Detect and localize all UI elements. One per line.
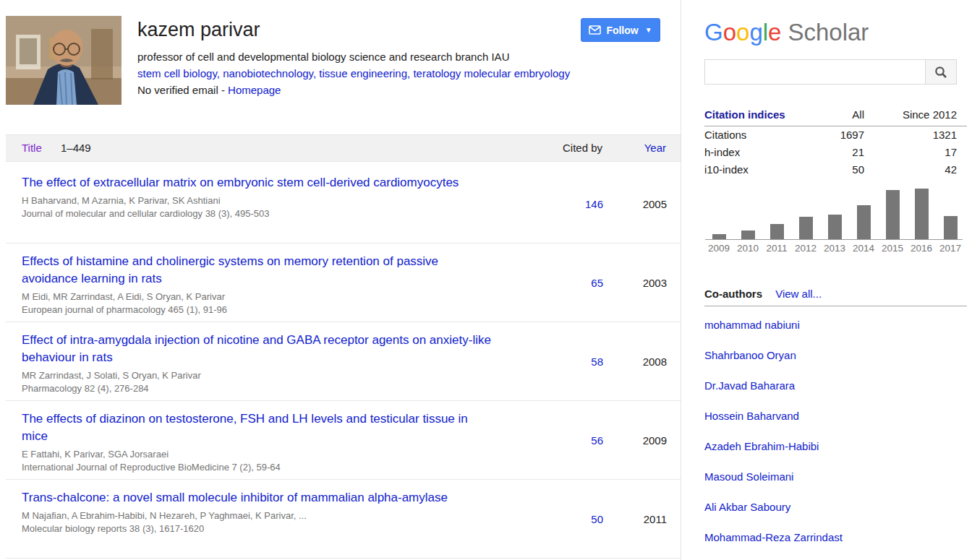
- citation-row-i10-index: i10-index 50 42: [704, 161, 967, 178]
- publication-venue: Pharmacology 82 (4), 276-284: [22, 382, 493, 395]
- logo-letter: g: [749, 19, 762, 46]
- publication-row: Effects of histamine and cholinergic sys…: [6, 244, 681, 322]
- publication-venue: International Journal of Reproductive Bi…: [22, 461, 493, 474]
- publication-venue: European journal of pharmacology 465 (1)…: [22, 303, 493, 316]
- envelope-icon: [589, 25, 601, 35]
- profile-name: kazem parivar: [137, 17, 571, 42]
- chart-year-label: 2012: [791, 243, 820, 254]
- coauthors-view-all-link[interactable]: View all...: [775, 288, 822, 300]
- profile-affiliation: professor of cell and developmental biol…: [137, 49, 571, 65]
- cited-by-count-link[interactable]: 65: [591, 277, 603, 289]
- citation-row-label: i10-index: [704, 161, 806, 178]
- citation-row-since: 42: [864, 161, 967, 178]
- publication-year: 2008: [643, 356, 667, 368]
- column-header-title[interactable]: Title: [22, 142, 42, 154]
- logo-letter: e: [768, 19, 781, 46]
- follow-button[interactable]: Follow ▼: [581, 18, 660, 42]
- citation-bar: [741, 231, 755, 239]
- cited-by-count-link[interactable]: 56: [591, 434, 603, 447]
- homepage-link[interactable]: Homepage: [228, 84, 281, 96]
- coauthor-link[interactable]: Dr.Javad Baharara: [704, 370, 967, 400]
- citation-col-since: Since 2012: [864, 106, 967, 126]
- publication-row: Effect of intra-amygdala injection of ni…: [6, 322, 681, 401]
- publication-title-link[interactable]: Effect of intra-amygdala injection of ni…: [22, 332, 493, 366]
- interest-link[interactable]: tissue engineering: [319, 67, 407, 79]
- publication-row: Trans-chalcone: a novel small molecule i…: [6, 480, 681, 559]
- main-column: kazem parivar professor of cell and deve…: [0, 0, 681, 560]
- publication-authors: M Eidi, MR Zarrindast, A Eidi, S Oryan, …: [22, 290, 493, 303]
- citation-col-all: All: [806, 106, 864, 126]
- cited-by-count-link[interactable]: 146: [585, 198, 603, 210]
- chart-year-label: 2011: [762, 243, 791, 254]
- profile-email-line: No verified email - Homepage: [137, 82, 571, 98]
- citation-row-label: h-index: [704, 144, 806, 161]
- sidebar: GoogleScholar Citation indices All Since…: [704, 0, 967, 560]
- citation-bar: [712, 234, 726, 239]
- coauthors-list: mohammad nabiuni Shahrbanoo Oryan Dr.Jav…: [704, 309, 967, 552]
- citation-bar: [770, 224, 784, 239]
- publication-row: The effects of diazinon on testosterone,…: [6, 401, 681, 480]
- interest-link[interactable]: nanobiotechnology: [223, 67, 313, 79]
- coauthor-link[interactable]: Hossein Baharvand: [704, 400, 967, 431]
- coauthor-link[interactable]: Masoud Soleimani: [704, 461, 967, 491]
- publication-authors: MR Zarrindast, J Solati, S Oryan, K Pari…: [22, 369, 493, 382]
- chart-year-label: 2015: [878, 243, 907, 254]
- publication-year: 2009: [643, 434, 667, 447]
- publication-authors: M Najafian, A Ebrahim-Habibi, N Hezareh,…: [22, 509, 493, 522]
- publication-year: 2005: [643, 198, 667, 210]
- interest-link[interactable]: teratology molecular embryology: [413, 67, 570, 79]
- cited-by-count-link[interactable]: 58: [591, 356, 603, 368]
- citation-row-citations: Citations 1697 1321: [704, 126, 967, 145]
- coauthor-link[interactable]: Azadeh Ebrahim-Habibi: [704, 431, 967, 461]
- profile-interests: stem cell biology, nanobiotechnology, ti…: [137, 65, 608, 82]
- citation-bar: [944, 216, 958, 239]
- publication-authors: E Fattahi, K Parivar, SGA Jorsaraei: [22, 448, 493, 461]
- chart-year-label: 2017: [936, 243, 965, 254]
- citation-row-label: Citations: [704, 126, 806, 145]
- publication-authors: H Baharvand, M Azarnia, K Parivar, SK As…: [22, 194, 493, 207]
- chart-year-label: 2009: [704, 243, 733, 254]
- search-input[interactable]: [704, 59, 926, 85]
- google-logo-letters: Google: [704, 19, 781, 46]
- publication-title-link[interactable]: Effects of histamine and cholinergic sys…: [22, 253, 493, 288]
- publication-title-link[interactable]: The effects of diazinon on testosterone,…: [22, 410, 493, 445]
- coauthors-heading: Co-authors: [704, 288, 762, 300]
- search-icon: [934, 66, 947, 79]
- citation-indices-heading[interactable]: Citation indices: [704, 106, 806, 126]
- coauthor-link[interactable]: Ali Akbar Saboury: [704, 491, 967, 522]
- citation-row-all: 1697: [806, 126, 864, 145]
- scholar-logo-text: Scholar: [788, 19, 869, 46]
- publication-title-link[interactable]: The effect of extracellular matrix on em…: [22, 174, 493, 191]
- citations-bar-chart: [705, 189, 963, 240]
- citation-row-since: 1321: [864, 126, 967, 145]
- profile-photo-image: [6, 16, 122, 105]
- publication-title-link[interactable]: Trans-chalcone: a novel small molecule i…: [22, 489, 493, 507]
- interest-link[interactable]: stem cell biology: [137, 67, 217, 79]
- column-header-cited-by: Cited by: [563, 135, 602, 161]
- citation-bar: [886, 190, 900, 239]
- vertical-divider: [681, 0, 681, 560]
- coauthor-link[interactable]: Mohammad-Reza Zarrindast: [704, 522, 967, 552]
- publication-year: 2003: [643, 277, 667, 289]
- logo-letter: o: [736, 19, 749, 46]
- citation-bar: [857, 205, 871, 239]
- chart-year-labels: 200920102011201220132014201520162017: [705, 243, 963, 254]
- coauthors-header: Co-authors View all...: [704, 288, 967, 306]
- profile-header: kazem parivar professor of cell and deve…: [137, 17, 571, 98]
- publication-row: The effect of extracellular matrix on em…: [6, 165, 681, 244]
- citation-row-since: 17: [864, 144, 967, 161]
- follow-button-label: Follow: [606, 25, 638, 36]
- chart-year-label: 2013: [820, 243, 849, 254]
- publication-venue: Molecular biology reports 38 (3), 1617-1…: [22, 522, 493, 535]
- search-button[interactable]: [926, 59, 957, 85]
- chart-year-label: 2016: [907, 243, 936, 254]
- logo-letter: G: [704, 19, 723, 46]
- citation-bar: [828, 215, 842, 239]
- cited-by-count-link[interactable]: 50: [591, 513, 603, 525]
- logo-letter: o: [723, 19, 736, 46]
- column-header-year[interactable]: Year: [644, 135, 666, 161]
- logo-letter: l: [763, 19, 768, 46]
- chart-year-label: 2010: [733, 243, 762, 254]
- coauthor-link[interactable]: Shahrbanoo Oryan: [704, 340, 967, 370]
- coauthor-link[interactable]: mohammad nabiuni: [704, 309, 967, 340]
